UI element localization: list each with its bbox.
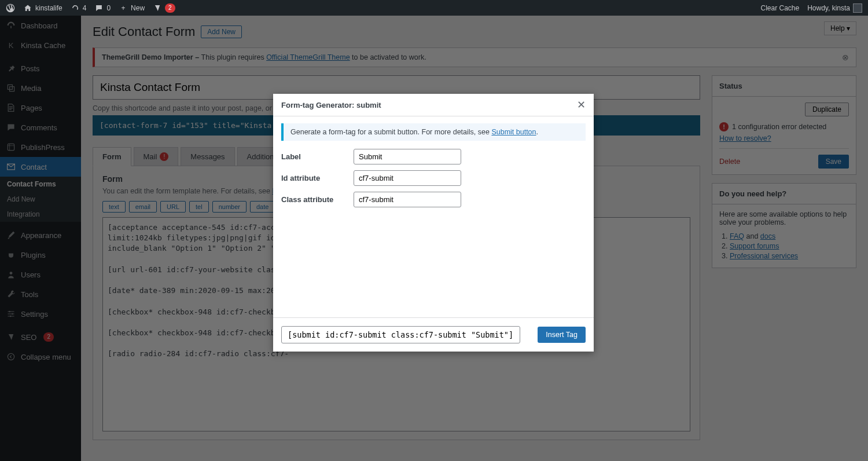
new-content[interactable]: +New [119, 3, 145, 13]
label-label: Label [281, 152, 354, 161]
yoast-icon [153, 3, 162, 13]
class-input[interactable] [354, 192, 461, 207]
modal-title: Form-tag Generator: submit [281, 101, 381, 109]
form-tag-modal: Form-tag Generator: submit ✕ Generate a … [273, 94, 594, 352]
site-name: kinstalife [35, 4, 62, 12]
plus-icon: + [119, 3, 128, 13]
avatar [853, 3, 862, 13]
wp-logo[interactable] [6, 3, 15, 13]
site-home[interactable]: kinstalife [23, 3, 62, 13]
insert-tag-button[interactable]: Insert Tag [538, 327, 586, 343]
class-label: Class attribute [281, 195, 354, 204]
comment-icon [94, 3, 104, 13]
admin-bar: kinstalife 4 0 +New 2 Clear Cache Howdy,… [0, 0, 868, 16]
id-input[interactable] [354, 170, 461, 186]
id-label: Id attribute [281, 174, 354, 182]
modal-close-icon[interactable]: ✕ [577, 98, 586, 111]
submit-button-link[interactable]: Submit button [491, 128, 536, 136]
howdy-user[interactable]: Howdy, kinsta [807, 3, 862, 13]
yoast[interactable]: 2 [153, 3, 175, 13]
home-icon [23, 3, 32, 13]
label-input[interactable] [354, 149, 461, 164]
tag-output[interactable] [281, 326, 520, 343]
wordpress-icon [6, 3, 15, 13]
refresh[interactable]: 4 [71, 3, 87, 13]
refresh-icon [71, 3, 80, 13]
modal-info: Generate a form-tag for a submit button.… [281, 123, 586, 141]
clear-cache[interactable]: Clear Cache [760, 4, 799, 12]
comments-count[interactable]: 0 [94, 3, 111, 13]
